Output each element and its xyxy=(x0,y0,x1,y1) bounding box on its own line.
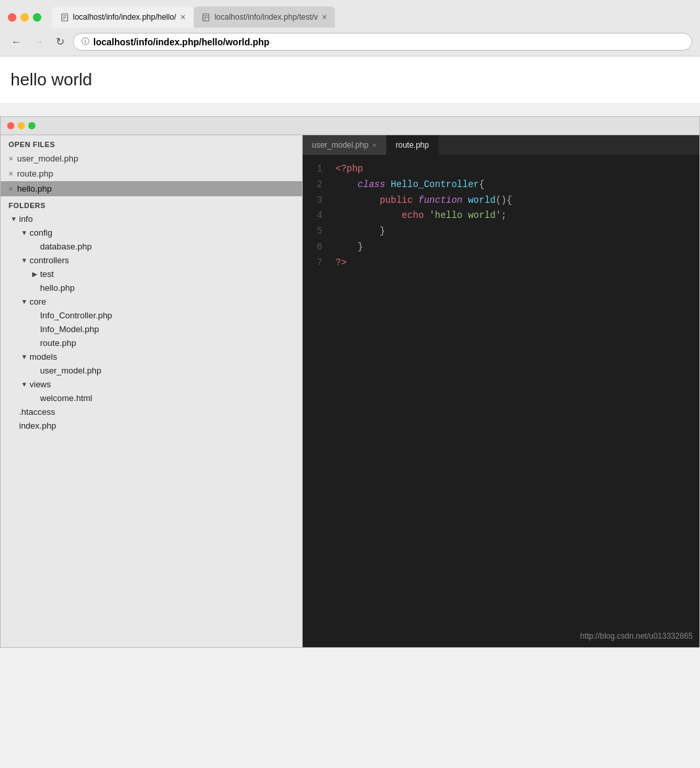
code-line-2: class Hello_Controller{ xyxy=(336,177,693,193)
line-number: 1 xyxy=(309,161,322,177)
back-button[interactable]: ← xyxy=(8,35,25,49)
tree-item-route[interactable]: route.php xyxy=(1,336,302,350)
tab-x-icon[interactable]: × xyxy=(372,141,376,149)
tree-item-info-model[interactable]: Info_Model.php xyxy=(1,322,302,336)
tabs-bar: localhost/info/index.php/hello/ × localh… xyxy=(52,7,692,28)
traffic-light-green[interactable] xyxy=(33,13,41,22)
arrow-icon: ▼ xyxy=(19,229,30,236)
editor-body: OPEN FILES × user_model.php × route.php … xyxy=(1,135,699,647)
browser-tab-2[interactable]: localhost/info/index.php/test/v × xyxy=(194,7,336,28)
code-line-7: ?> xyxy=(336,255,693,271)
browser-titlebar: localhost/info/index.php/hello/ × localh… xyxy=(0,0,700,28)
close-x-icon[interactable]: × xyxy=(9,184,13,194)
tree-item-views[interactable]: ▼ views xyxy=(1,377,302,391)
open-file-user-model[interactable]: × user_model.php xyxy=(1,151,302,166)
code-line-1: <?php xyxy=(336,161,693,177)
browser-toolbar: ← → ↻ ⓘ xyxy=(0,28,700,56)
browser-tab-1[interactable]: localhost/info/index.php/hello/ × xyxy=(52,7,194,28)
address-bar: ⓘ xyxy=(73,33,692,51)
arrow-icon: ▶ xyxy=(30,270,40,278)
traffic-lights xyxy=(8,13,41,22)
tree-label: info xyxy=(19,214,33,224)
tree-item-models[interactable]: ▼ models xyxy=(1,350,302,364)
tree-label: Info_Model.php xyxy=(40,324,99,334)
open-file-hello[interactable]: × hello.php xyxy=(1,181,302,196)
tree-item-info-controller[interactable]: Info_Controller.php xyxy=(1,309,302,322)
tree-item-index[interactable]: index.php xyxy=(1,419,302,433)
tree-item-controllers[interactable]: ▼ controllers xyxy=(1,253,302,267)
tree-label: Info_Controller.php xyxy=(40,310,112,320)
code-line-5: } xyxy=(336,224,693,240)
arrow-icon xyxy=(30,284,40,291)
line-number: 2 xyxy=(309,177,322,193)
editor-traffic-lights xyxy=(7,122,35,129)
tree-label: user_model.php xyxy=(40,366,101,375)
arrow-icon xyxy=(30,312,40,319)
browser-content: hello world xyxy=(0,56,700,103)
tree-item-core[interactable]: ▼ core xyxy=(1,295,302,309)
tree-label: welcome.html xyxy=(40,393,92,403)
tree-item-test[interactable]: ▶ test xyxy=(1,267,302,281)
tree-label: config xyxy=(30,228,53,238)
code-lines: <?php class Hello_Controller{ public fun… xyxy=(329,161,699,618)
tree-item-database[interactable]: database.php xyxy=(1,240,302,253)
editor-tab-route[interactable]: route.php xyxy=(387,135,439,155)
address-input[interactable] xyxy=(93,37,684,47)
open-file-name: hello.php xyxy=(17,184,52,194)
tree-item-info[interactable]: ▼ info xyxy=(1,212,302,226)
editor-footer: http://blog.csdn.net/u013332865 xyxy=(303,625,699,647)
secure-icon: ⓘ xyxy=(81,36,89,47)
tree-label: index.php xyxy=(19,421,56,431)
tab-close-2[interactable]: × xyxy=(322,12,327,22)
arrow-icon: ▼ xyxy=(19,257,30,264)
folders-label: FOLDERS xyxy=(1,196,302,212)
traffic-light-red[interactable] xyxy=(8,13,16,22)
line-number: 6 xyxy=(309,240,322,255)
browser-chrome: localhost/info/index.php/hello/ × localh… xyxy=(0,0,700,56)
tree-item-config[interactable]: ▼ config xyxy=(1,226,302,240)
close-x-icon[interactable]: × xyxy=(9,154,13,163)
arrow-icon: ▼ xyxy=(9,215,19,223)
close-x-icon[interactable]: × xyxy=(9,169,13,179)
traffic-light-yellow[interactable] xyxy=(20,13,29,22)
line-number: 5 xyxy=(309,224,322,240)
code-editor: user_model.php × route.php 1 2 3 4 5 6 7 xyxy=(303,135,699,647)
tree-label: models xyxy=(30,352,57,362)
tab-title-1: localhost/info/index.php/hello/ xyxy=(73,12,176,22)
tree-label: .htaccess xyxy=(19,407,55,417)
tree-label: database.php xyxy=(40,242,92,251)
tab-close-1[interactable]: × xyxy=(180,12,185,22)
editor-tl-yellow[interactable] xyxy=(18,122,25,129)
editor-wrapper: OPEN FILES × user_model.php × route.php … xyxy=(0,116,700,648)
page-heading: hello world xyxy=(11,70,689,90)
tree-item-user-model[interactable]: user_model.php xyxy=(1,364,302,377)
editor-tab-user-model[interactable]: user_model.php × xyxy=(303,135,387,155)
tree-item-welcome[interactable]: welcome.html xyxy=(1,391,302,405)
open-file-route[interactable]: × route.php xyxy=(1,166,302,181)
forward-button[interactable]: → xyxy=(30,35,47,49)
editor-titlebar xyxy=(1,117,699,135)
tab-favicon-2 xyxy=(202,12,211,22)
open-file-name: route.php xyxy=(17,169,53,179)
tree-item-hello-php[interactable]: hello.php xyxy=(1,281,302,295)
tree-label: views xyxy=(30,379,51,389)
arrow-icon xyxy=(30,367,40,374)
arrow-icon: ▼ xyxy=(19,353,30,360)
tab-favicon-1 xyxy=(60,12,69,22)
editor-tab-name: user_model.php xyxy=(312,140,368,150)
line-number: 4 xyxy=(309,208,322,224)
editor-tl-red[interactable] xyxy=(7,122,14,129)
editor-tl-green[interactable] xyxy=(28,122,35,129)
editor-tab-name: route.php xyxy=(396,140,429,150)
tree-item-htaccess[interactable]: .htaccess xyxy=(1,405,302,419)
line-number: 3 xyxy=(309,193,322,209)
reload-button[interactable]: ↻ xyxy=(53,34,68,49)
arrow-icon xyxy=(9,422,19,429)
open-file-name: user_model.php xyxy=(17,154,78,163)
tree-label: test xyxy=(40,269,54,279)
tree-label: route.php xyxy=(40,338,76,348)
arrow-icon xyxy=(30,339,40,347)
arrow-icon: ▼ xyxy=(19,298,30,305)
tree-label: hello.php xyxy=(40,283,75,293)
code-line-4: echo 'hello world'; xyxy=(336,208,693,224)
